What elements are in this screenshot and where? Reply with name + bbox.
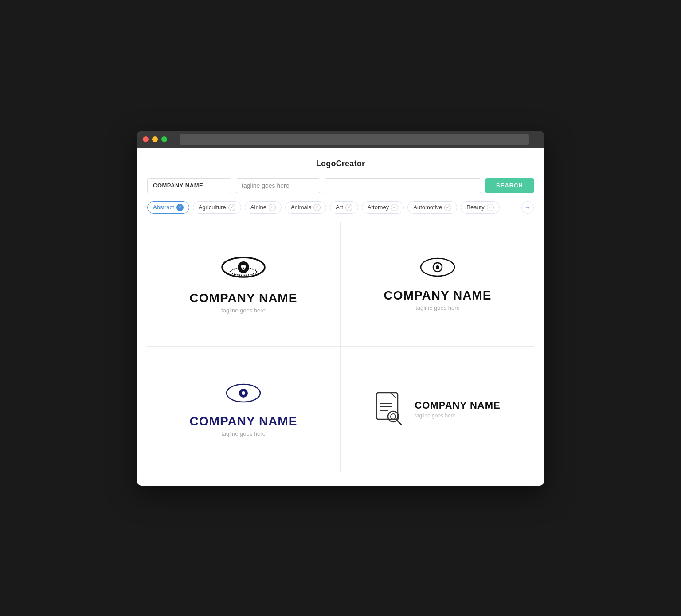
svg-point-9 bbox=[242, 391, 245, 395]
category-label-animals: Animals bbox=[291, 204, 311, 211]
logo-2-tagline: tagline goes here bbox=[415, 304, 460, 311]
logo-1-tagline: tagline goes here bbox=[221, 307, 266, 314]
category-chip-attorney[interactable]: Attorney✓ bbox=[362, 201, 404, 214]
category-chip-automotive[interactable]: Automotive✓ bbox=[407, 201, 457, 214]
category-label-agriculture: Agriculture bbox=[199, 204, 226, 211]
app-title: LogoCreator bbox=[147, 159, 534, 168]
browser-titlebar bbox=[137, 131, 544, 148]
logo-card-3[interactable]: COMPANY NAME tagline goes here bbox=[147, 347, 340, 472]
logo-1-company: COMPANY NAME bbox=[190, 291, 297, 305]
logo-card-1[interactable]: COMPANY NAME tagline goes here bbox=[147, 222, 340, 346]
tagline-input[interactable] bbox=[236, 178, 320, 193]
eye-icon-3 bbox=[226, 382, 261, 406]
logo-4-tagline: tagline goes here bbox=[415, 413, 500, 419]
eye-icon bbox=[221, 253, 266, 283]
category-label-automotive: Automotive bbox=[413, 204, 442, 211]
search-button[interactable]: SEARCH bbox=[485, 178, 534, 193]
company-name-input[interactable] bbox=[147, 178, 231, 193]
doc-search-icon bbox=[375, 391, 407, 428]
logo-3-tagline: tagline goes here bbox=[221, 430, 266, 437]
minimize-button[interactable] bbox=[152, 136, 158, 142]
check-icon-abstract: ✓ bbox=[176, 204, 184, 211]
logo-2-company: COMPANY NAME bbox=[384, 289, 492, 303]
category-label-attorney: Attorney bbox=[368, 204, 389, 211]
svg-point-2 bbox=[241, 265, 246, 270]
category-chip-agriculture[interactable]: Agriculture✓ bbox=[193, 201, 241, 214]
category-label-art: Art bbox=[336, 204, 343, 211]
check-icon-beauty: ✓ bbox=[487, 204, 494, 211]
category-label-beauty: Beauty bbox=[466, 204, 484, 211]
maximize-button[interactable] bbox=[161, 136, 167, 142]
category-label-abstract: Abstract bbox=[153, 204, 174, 211]
logo-4-company: COMPANY NAME bbox=[415, 400, 500, 411]
category-chip-abstract[interactable]: Abstract✓ bbox=[147, 201, 189, 214]
check-icon-airline: ✓ bbox=[269, 204, 276, 211]
eye-icon-2 bbox=[420, 256, 455, 281]
category-bar: Abstract✓Agriculture✓Airline✓Animals✓Art… bbox=[147, 201, 534, 214]
logo-4-text: COMPANY NAME tagline goes here bbox=[415, 400, 500, 419]
logo-card-2[interactable]: COMPANY NAME tagline goes here bbox=[341, 222, 534, 346]
category-label-airline: Airline bbox=[250, 204, 266, 211]
check-icon-art: ✓ bbox=[345, 204, 352, 211]
check-icon-agriculture: ✓ bbox=[228, 204, 235, 211]
category-chip-airline[interactable]: Airline✓ bbox=[245, 201, 282, 214]
category-chip-beauty[interactable]: Beauty✓ bbox=[461, 201, 499, 214]
logo-3-company: COMPANY NAME bbox=[190, 414, 297, 429]
url-bar[interactable] bbox=[180, 134, 529, 145]
category-chip-art[interactable]: Art✓ bbox=[330, 201, 358, 214]
categories-next-arrow[interactable]: → bbox=[521, 201, 534, 214]
browser-window: LogoCreator SEARCH Abstract✓Agriculture✓… bbox=[137, 131, 544, 486]
logo-card-4[interactable]: COMPANY NAME tagline goes here bbox=[341, 347, 534, 472]
logo-grid: COMPANY NAME tagline goes here COMPANY N… bbox=[147, 222, 534, 472]
svg-point-15 bbox=[391, 414, 396, 419]
check-icon-attorney: ✓ bbox=[391, 204, 398, 211]
svg-point-6 bbox=[436, 265, 439, 269]
app-container: LogoCreator SEARCH Abstract✓Agriculture✓… bbox=[137, 148, 544, 486]
search-bar: SEARCH bbox=[147, 178, 534, 193]
check-icon-automotive: ✓ bbox=[444, 204, 451, 211]
extra-search-input[interactable] bbox=[325, 178, 481, 193]
svg-line-16 bbox=[397, 421, 401, 425]
category-chip-animals[interactable]: Animals✓ bbox=[285, 201, 326, 214]
close-button[interactable] bbox=[143, 136, 149, 142]
check-icon-animals: ✓ bbox=[313, 204, 321, 211]
